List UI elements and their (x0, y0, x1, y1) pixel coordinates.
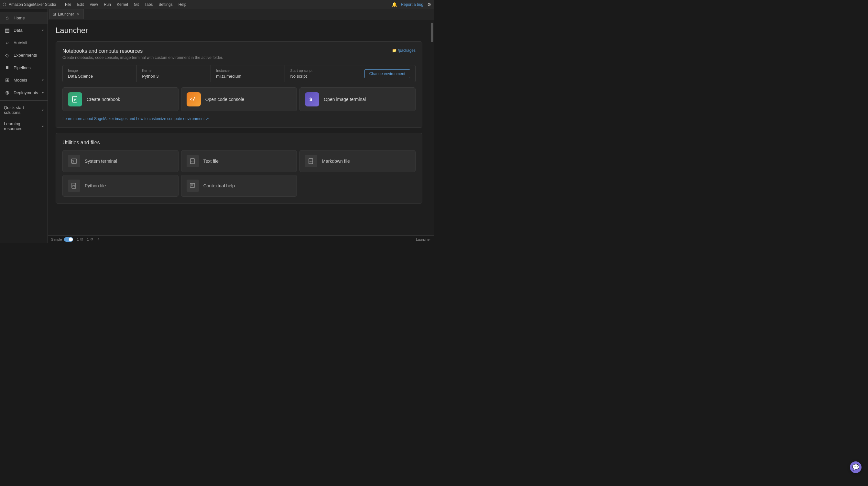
menu-bar: ⬡ Amazon SageMaker Studio File Edit View… (0, 0, 434, 9)
sidebar-item-deployments[interactable]: ⊕ Deployments ▾ (0, 86, 48, 99)
menu-view[interactable]: View (87, 1, 100, 8)
kernel-status-icon: ⊡ (80, 237, 83, 241)
env-startup-label: Start-up script (290, 69, 353, 72)
git-icon: ⋄ (97, 237, 100, 241)
notification-icon[interactable]: 🔔 (392, 2, 397, 7)
data-icon: ▤ (4, 27, 10, 33)
create-notebook-card[interactable]: Create notebook (62, 87, 179, 111)
sidebar-item-models[interactable]: ⊞ Models ▾ (0, 74, 48, 86)
env-startup: Start-up script No script (285, 65, 359, 82)
system-terminal-label: System terminal (85, 158, 117, 164)
chevron-down-icon-quickstart: ▾ (42, 109, 44, 112)
chevron-down-icon: ▾ (42, 28, 44, 32)
app-title: Amazon SageMaker Studio (9, 2, 56, 7)
sidebar-item-learning[interactable]: Learning resources ▾ (0, 118, 48, 134)
sidebar-item-home[interactable]: ⌂ Home (0, 12, 48, 24)
svg-line-5 (193, 97, 195, 101)
count1-value: 1 (77, 238, 79, 241)
create-notebook-icon (68, 92, 82, 107)
change-environment-button[interactable]: Change environment (365, 69, 410, 78)
sidebar-item-experiments[interactable]: ◇ Experiments (0, 49, 48, 61)
env-kernel: Kernel Python 3 (137, 65, 211, 82)
open-image-terminal-card[interactable]: $ Open image terminal (300, 87, 415, 111)
svg-text:$_: $_ (72, 159, 76, 163)
content-area: Launcher Notebooks and compute resources… (48, 20, 430, 235)
contextual-help-icon (187, 180, 199, 192)
notebook-svg-icon (71, 95, 79, 103)
env-image: Image Data Science (63, 65, 137, 82)
sidebar-item-pipelines[interactable]: ≡ Pipelines (0, 61, 48, 74)
menu-tabs[interactable]: Tabs (142, 1, 155, 8)
menu-edit[interactable]: Edit (74, 1, 86, 8)
settings-gear-icon[interactable]: ⚙ (427, 2, 431, 7)
scrollbar-thumb[interactable] (431, 23, 433, 42)
sidebar-label-quickstart: Quick start solutions (4, 105, 39, 115)
menu-settings[interactable]: Settings (156, 1, 175, 8)
open-code-console-card[interactable]: Open code console (181, 87, 297, 111)
launcher-tab[interactable]: ⊡ Launcher ✕ (49, 9, 84, 19)
utility-cards: $_ System terminal TXT (62, 150, 415, 197)
home-icon: ⌂ (4, 15, 10, 21)
mode-label: Simple (51, 238, 62, 241)
tab-close-button[interactable]: ✕ (76, 12, 80, 17)
sidebar-divider (0, 100, 48, 101)
experiments-icon: ◇ (4, 52, 10, 58)
text-file-icon: TXT (187, 155, 199, 167)
env-instance-value: ml.t3.medium (216, 74, 279, 79)
toggle-thumb (69, 238, 73, 241)
contextual-help-card[interactable]: Contextual help (181, 175, 297, 197)
system-terminal-card[interactable]: $_ System terminal (62, 150, 179, 172)
svg-text:PY: PY (72, 185, 76, 187)
app-logo: ⬡ (3, 2, 6, 7)
automl-icon: ○ (4, 40, 10, 45)
menu-help[interactable]: Help (176, 1, 189, 8)
notebooks-section-title: Notebooks and compute resources (62, 48, 223, 54)
markdown-file-label: Markdown file (322, 158, 350, 164)
page-title: Launcher (56, 26, 422, 35)
pipelines-icon: ≡ (4, 65, 10, 70)
menu-file[interactable]: File (62, 1, 74, 8)
sidebar: ⌂ Home ▤ Data ▾ ○ AutoML ◇ Experiments ≡… (0, 9, 48, 243)
python-file-card[interactable]: PY Python file (62, 175, 179, 197)
tab-bar: ⊡ Launcher ✕ (48, 9, 434, 20)
sidebar-label-experiments: Experiments (13, 53, 37, 58)
sidebar-item-quickstart[interactable]: Quick start solutions ▾ (0, 102, 48, 118)
git-status: ⋄ (97, 237, 100, 241)
create-notebook-label: Create notebook (87, 97, 120, 102)
notebooks-section-subtitle: Create notebooks, code console, image te… (62, 55, 223, 60)
report-bug-link[interactable]: Report a bug (401, 2, 423, 7)
env-image-value: Data Science (68, 74, 131, 79)
status-count1: 1 ⊡ (77, 237, 83, 241)
menu-run[interactable]: Run (101, 1, 114, 8)
menu-kernel[interactable]: Kernel (114, 1, 131, 8)
packages-link[interactable]: 📁 /packages (392, 48, 415, 53)
menu-bar-right: 🔔 Report a bug ⚙ (392, 2, 431, 7)
markdown-file-icon: MD (305, 155, 317, 167)
python-file-label: Python file (85, 183, 106, 188)
mode-toggle[interactable] (64, 237, 73, 242)
env-change-button-wrap: Change environment (359, 65, 415, 82)
env-kernel-label: Kernel (142, 69, 205, 72)
sidebar-label-automl: AutoML (13, 40, 28, 45)
svg-text:MD: MD (309, 160, 313, 162)
sidebar-item-data[interactable]: ▤ Data ▾ (0, 24, 48, 36)
chevron-down-icon-deployments: ▾ (42, 91, 44, 94)
open-code-console-icon (187, 92, 201, 107)
markdown-file-card[interactable]: MD Markdown file (300, 150, 415, 172)
chevron-down-icon-models: ▾ (42, 78, 44, 82)
tab-launcher-label: Launcher (58, 12, 74, 17)
menu-git[interactable]: Git (131, 1, 141, 8)
open-image-terminal-icon: $ (305, 92, 319, 107)
sidebar-item-automl[interactable]: ○ AutoML (0, 36, 48, 49)
utilities-section: Utilities and files $_ System terminal (56, 133, 422, 204)
menu-items: File Edit View Run Kernel Git Tabs Setti… (62, 1, 392, 8)
scrollbar[interactable] (430, 20, 434, 235)
terminal-svg-icon: $ (308, 95, 316, 103)
text-file-card[interactable]: TXT Text file (181, 150, 297, 172)
utilities-section-title: Utilities and files (62, 140, 415, 146)
env-kernel-value: Python 3 (142, 74, 205, 79)
mode-toggle-wrap: Simple (51, 237, 73, 242)
learn-more-link[interactable]: Learn more about SageMaker images and ho… (62, 117, 415, 121)
status-bar: Simple 1 ⊡ 1 ⚙ ⋄ Launcher (48, 235, 434, 243)
open-code-console-label: Open code console (205, 97, 245, 102)
